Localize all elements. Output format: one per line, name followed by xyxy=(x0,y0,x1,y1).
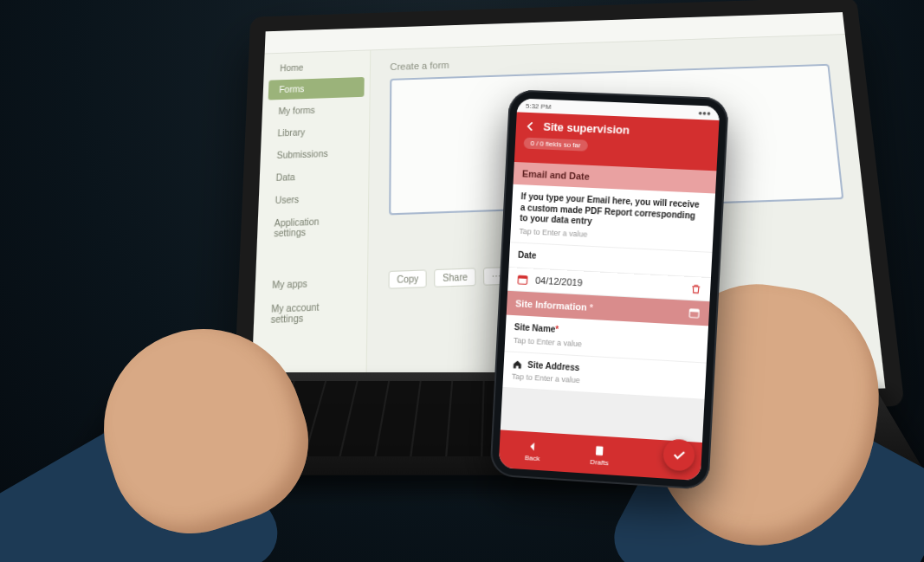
sidebar-item-submissions[interactable]: Submissions xyxy=(266,142,364,165)
svg-rect-4 xyxy=(596,446,604,455)
sidebar-item-library[interactable]: Library xyxy=(267,120,364,144)
field-email[interactable]: If you type your Email here, you will re… xyxy=(510,184,715,253)
laptop-btn-copy[interactable]: Copy xyxy=(389,269,428,288)
phone-page-title: Site supervision xyxy=(543,120,630,137)
status-icons: ●●● xyxy=(698,108,711,117)
section-email-date-label: Email and Date xyxy=(522,168,590,181)
tab-back[interactable]: Back xyxy=(499,430,567,472)
phone: 5:32 PM ●●● Site supervision 0 / 0 field… xyxy=(489,89,729,490)
sidebar-item-myforms[interactable]: My forms xyxy=(268,99,365,122)
section-site-info-label: Site Information * xyxy=(515,298,593,313)
tab-back-label: Back xyxy=(525,454,540,462)
laptop-btn-share[interactable]: Share xyxy=(435,268,476,287)
progress-pill: 0 / 0 fields so far xyxy=(523,138,587,152)
phone-screen: 5:32 PM ●●● Site supervision 0 / 0 field… xyxy=(499,98,720,481)
sidebar-item-settings[interactable]: Application settings xyxy=(262,210,363,244)
tab-drafts[interactable]: Drafts xyxy=(565,434,635,476)
field-date-label: Date xyxy=(518,249,703,269)
sidebar-item-account[interactable]: My account settings xyxy=(259,294,361,331)
trash-icon[interactable] xyxy=(690,282,702,294)
sidebar-item-forms[interactable]: Forms xyxy=(268,77,365,100)
home-icon xyxy=(512,359,522,370)
status-time: 5:32 PM xyxy=(526,101,552,110)
sidebar-item-home[interactable]: Home xyxy=(269,55,365,78)
tab-drafts-label: Drafts xyxy=(590,457,609,466)
sidebar-item-users[interactable]: Users xyxy=(264,187,363,211)
back-icon[interactable] xyxy=(524,120,536,132)
sidebar-item-myapps[interactable]: My apps xyxy=(261,271,362,296)
svg-rect-1 xyxy=(518,275,527,278)
scene: Home Forms My forms Library Submissions … xyxy=(0,0,924,562)
field-date-value: 04/12/2019 xyxy=(528,275,690,294)
field-site-address-label: Site Address xyxy=(527,359,580,373)
field-email-label: If you type your Email here, you will re… xyxy=(520,191,707,233)
calendar2-icon xyxy=(688,307,701,320)
svg-rect-3 xyxy=(689,309,699,312)
calendar-icon xyxy=(516,273,528,286)
phone-app-bar: Site supervision 0 / 0 fields so far xyxy=(514,112,720,171)
sidebar-item-data[interactable]: Data xyxy=(265,165,364,189)
